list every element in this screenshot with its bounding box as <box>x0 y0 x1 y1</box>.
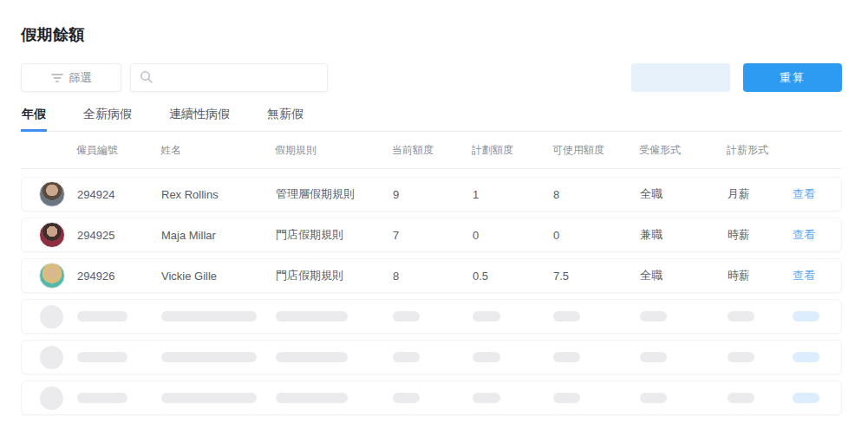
skeleton-bar <box>640 393 667 403</box>
search-icon <box>140 70 153 84</box>
employee-name: Rex Rollins <box>161 188 276 201</box>
employment-type: 全職 <box>640 268 728 283</box>
tab-annual-leave[interactable]: 年假 <box>21 107 47 132</box>
tab-full-pay-sick-leave[interactable]: 全薪病假 <box>82 107 133 132</box>
planned-quota: 0.5 <box>473 270 553 283</box>
toolbar: 篩選 重算 <box>21 63 842 92</box>
employee-name: Vickie Gille <box>161 270 276 283</box>
skeleton-bar <box>640 311 667 322</box>
header-current-quota: 当前額度 <box>392 143 472 158</box>
skeleton-bar <box>276 311 348 322</box>
skeleton-action-bar <box>793 311 819 322</box>
skeleton-bar <box>77 352 127 362</box>
current-quota: 8 <box>393 270 473 283</box>
skeleton-bar <box>728 393 754 403</box>
available-quota: 7.5 <box>553 270 640 283</box>
page: 假期餘額 篩選 重算 年假 全薪病假 連續性病假 無薪假 僱員編號 姓名 假期規… <box>0 24 868 415</box>
skeleton-row <box>21 340 842 374</box>
recalculate-button[interactable]: 重算 <box>743 63 842 92</box>
filter-icon <box>51 73 63 83</box>
leave-rule: 門店假期規則 <box>276 227 393 243</box>
table-row[interactable]: 294926 Vickie Gille 門店假期規則 8 0.5 7.5 全職 … <box>21 258 842 293</box>
current-quota: 9 <box>393 188 473 201</box>
skeleton-bar <box>161 352 257 362</box>
leave-rule: 管理層假期規則 <box>276 186 393 202</box>
skeleton-bar <box>473 352 500 362</box>
skeleton-row <box>21 381 842 415</box>
filter-button-label: 篩選 <box>69 70 92 86</box>
skeleton-bar <box>728 311 754 322</box>
header-leave-rule: 假期規則 <box>275 143 392 158</box>
pay-type: 時薪 <box>728 268 793 283</box>
leave-rule: 門店假期規則 <box>276 268 393 283</box>
pay-type: 月薪 <box>728 186 793 202</box>
tab-unpaid-leave[interactable]: 無薪假 <box>266 107 304 132</box>
avatar <box>39 263 65 289</box>
skeleton-bar <box>473 311 500 322</box>
view-link[interactable]: 查看 <box>793 228 815 241</box>
tab-continuous-sick-leave[interactable]: 連續性病假 <box>168 107 231 132</box>
employee-name: Maja Millar <box>161 229 276 242</box>
planned-quota: 0 <box>473 229 553 242</box>
search-input[interactable] <box>130 63 328 92</box>
planned-quota: 1 <box>473 188 553 201</box>
skeleton-avatar <box>40 305 63 329</box>
page-title: 假期餘額 <box>21 24 842 45</box>
view-link[interactable]: 查看 <box>793 187 815 200</box>
skeleton-action-bar <box>793 352 819 362</box>
skeleton-bar <box>77 311 127 322</box>
table-row[interactable]: 294924 Rex Rollins 管理層假期規則 9 1 8 全職 月薪 查… <box>21 177 842 211</box>
header-planned-quota: 計劃額度 <box>472 143 552 158</box>
employment-type: 兼職 <box>640 227 728 243</box>
skeleton-action-bar <box>793 393 819 403</box>
avatar <box>39 181 65 207</box>
skeleton-bar <box>393 352 420 362</box>
current-quota: 7 <box>393 229 473 242</box>
table-header: 僱員編號 姓名 假期規則 当前額度 計劃額度 可使用額度 受僱形式 計薪形式 <box>21 132 842 169</box>
view-link[interactable]: 查看 <box>793 269 815 282</box>
avatar <box>39 222 65 248</box>
employee-id: 294924 <box>77 188 161 201</box>
skeleton-row <box>21 299 842 334</box>
secondary-button-placeholder <box>631 63 730 92</box>
skeleton-bar <box>393 311 420 322</box>
employee-id: 294925 <box>77 229 161 242</box>
skeleton-bar <box>393 393 420 403</box>
skeleton-bar <box>77 393 127 403</box>
tab-bar: 年假 全薪病假 連續性病假 無薪假 <box>21 107 842 132</box>
header-employment-type: 受僱形式 <box>639 143 727 158</box>
skeleton-bar <box>728 352 754 362</box>
header-pay-type: 計薪形式 <box>727 143 792 158</box>
skeleton-bar <box>553 352 580 362</box>
skeleton-bar <box>473 393 500 403</box>
header-employee-id: 僱員編號 <box>76 143 160 158</box>
available-quota: 8 <box>553 188 640 201</box>
skeleton-bar <box>276 393 348 403</box>
skeleton-avatar <box>40 346 63 369</box>
skeleton-bar <box>161 393 257 403</box>
employment-type: 全職 <box>640 186 728 202</box>
table-body: 294924 Rex Rollins 管理層假期規則 9 1 8 全職 月薪 查… <box>21 177 842 415</box>
pay-type: 時薪 <box>728 227 793 243</box>
skeleton-bar <box>553 311 580 322</box>
table-row[interactable]: 294925 Maja Millar 門店假期規則 7 0 0 兼職 時薪 查看 <box>21 218 842 252</box>
search-box <box>130 63 328 92</box>
header-available-quota: 可使用額度 <box>552 143 639 158</box>
skeleton-avatar <box>40 387 63 410</box>
available-quota: 0 <box>553 229 640 242</box>
skeleton-bar <box>161 311 257 322</box>
skeleton-bar <box>276 352 348 362</box>
header-name: 姓名 <box>160 143 275 158</box>
employee-id: 294926 <box>77 270 161 283</box>
skeleton-bar <box>553 393 580 403</box>
skeleton-bar <box>640 352 667 362</box>
filter-button[interactable]: 篩選 <box>21 63 121 92</box>
